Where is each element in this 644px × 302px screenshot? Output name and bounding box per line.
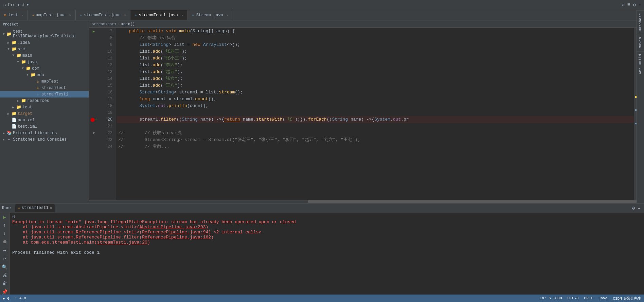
console-error-2: at java.util.stream.ReferencePipeline.<i… <box>12 230 641 235</box>
status-run: ▶ 0 <box>3 296 10 301</box>
settings-icon[interactable]: ⚙ <box>633 2 636 8</box>
tab-close-streamtest[interactable]: ✕ <box>124 13 126 17</box>
link-abstractpipeline[interactable]: AbstractPipeline.java:203 <box>139 225 205 230</box>
tree-arrow-ext-lib: ▶ <box>1 131 6 135</box>
gutter-row-21 <box>89 123 99 130</box>
main-area: Project ▼ 📁 test E:\IDEAworkplace\Test\t… <box>0 20 644 203</box>
h-scrollbar[interactable] <box>89 200 637 203</box>
tree-item-root[interactable]: ▼ 📁 test E:\IDEAworkplace\Test\test <box>0 29 89 39</box>
mini-map <box>634 28 637 200</box>
tree-item-target[interactable]: ▶ 📁 target <box>0 110 89 117</box>
sidebar-tab-database[interactable]: Database <box>637 20 644 34</box>
tree-item-com[interactable]: ▼ 📁 com <box>0 65 89 72</box>
top-bar: 🗂 Project ▼ ⊕ ≡ ⚙ – <box>0 0 644 10</box>
console-output[interactable]: 6 Exception in thread "main" java.lang.I… <box>10 213 644 295</box>
tree-item-streamtest1[interactable]: ☕ streamTest1 <box>0 91 89 97</box>
refresh-icon[interactable]: ⊕ <box>622 2 624 8</box>
pin-icon[interactable]: 📌 <box>1 289 8 295</box>
line-num-24: 24 <box>99 143 112 150</box>
run-label: Run: <box>2 206 14 211</box>
minimize-icon[interactable]: – <box>639 2 641 8</box>
code-line-9: List<String> list = new ArrayList<>(); <box>117 41 634 48</box>
tab-maptest[interactable]: ☕ mapTest.java ✕ <box>28 10 75 20</box>
tab-stream[interactable]: ☕ Stream.java ✕ <box>188 10 233 20</box>
minimize-bottom-icon[interactable]: – <box>638 206 641 211</box>
folder-icon-idea: 📁 <box>11 40 17 45</box>
tab-close-streamtest1[interactable]: ✕ <box>181 13 183 17</box>
tree-item-edu[interactable]: ▼ 📁 edu <box>0 72 89 78</box>
gutter-icons: ▶ ⬤ ✓ ▼ <box>89 28 99 200</box>
tree-item-maptest[interactable]: ☕ mapTest <box>0 78 89 85</box>
code-panel[interactable]: public static void main(String[] args) {… <box>115 28 634 200</box>
project-menu-label[interactable]: 🗂 Project ▼ <box>3 2 29 7</box>
tree-item-iml[interactable]: 📄 test.iml <box>0 123 89 130</box>
tree-item-src[interactable]: ▼ 📁 src <box>0 46 89 52</box>
line-num-8: 8 <box>99 35 112 41</box>
sidebar-tab-ant-build[interactable]: Ant Build <box>637 51 644 77</box>
run-button-7[interactable]: ▶ <box>93 29 95 34</box>
file-icon-iml: 📄 <box>11 124 17 129</box>
status-encoding[interactable]: UTF-8 <box>568 296 579 300</box>
tree-label-scratches: Scratches and Consoles <box>13 137 67 142</box>
status-lang[interactable]: Java <box>598 296 607 300</box>
tree-arrow-java: ▼ <box>16 60 20 64</box>
code-line-11: list.add("张小三"); <box>117 55 634 62</box>
bottom-tab-bar: Run: ☕ streamTest1 ✕ ⚙ – <box>0 203 644 213</box>
status-line-endings[interactable]: CRLF <box>584 296 593 300</box>
wrap-icon[interactable]: ↩ <box>1 256 8 262</box>
sidebar-tab-maven[interactable]: Maven <box>637 34 644 51</box>
menu-icon[interactable]: ≡ <box>627 2 630 8</box>
settings-bottom-icon[interactable]: ⚙ <box>632 205 635 211</box>
gutter-row-18 <box>89 103 99 109</box>
tab-test[interactable]: m test ✕ <box>0 10 28 20</box>
tree-item-scratches[interactable]: ▶ ✏ Scratches and Consoles <box>0 136 89 143</box>
link-streamtest1[interactable]: streamTest1.java:20 <box>97 240 147 245</box>
filter-icon[interactable]: 🔍 <box>1 264 8 270</box>
tree-label-edu: edu <box>37 73 44 77</box>
stop-icon[interactable]: ⏺ <box>1 239 8 245</box>
tab-close-maptest[interactable]: ✕ <box>69 13 71 17</box>
gutter-row-12 <box>89 62 99 69</box>
link-referencepipeline-filter[interactable]: ReferencePipeline.java:162 <box>142 235 211 240</box>
code-line-16: Stream<String> stream1 = list.stream(); <box>117 89 634 96</box>
code-line-24: // // 零散... <box>117 143 634 150</box>
tree-item-ext-lib[interactable]: ▶ 📚 External Libraries <box>0 130 89 136</box>
tree-label-target: target <box>18 111 32 116</box>
run-action-icon[interactable]: ▶ <box>1 214 8 220</box>
tree-item-resources[interactable]: ▶ 📁 resources <box>0 97 89 104</box>
fold-icon-22[interactable]: ▼ <box>93 131 95 135</box>
tab-close-test[interactable]: ✕ <box>21 13 23 17</box>
bottom-panel: Run: ☕ streamTest1 ✕ ⚙ – ▶ ↑ ↓ ⏺ ⇥ ↩ 🔍 🖨… <box>0 203 644 295</box>
scroll-up-icon[interactable]: ↑ <box>1 223 8 228</box>
tab-streamtest1[interactable]: ☕ streamTest1.java ✕ <box>130 10 188 20</box>
tab-close-stream[interactable]: ✕ <box>227 13 229 17</box>
console-exit: Process finished with exit code 1 <box>12 250 641 255</box>
tab-run-streamtest1[interactable]: ☕ streamTest1 ✕ <box>15 204 55 212</box>
trash-icon[interactable]: 🗑 <box>1 281 8 286</box>
tree-item-java[interactable]: ▼ 📁 java <box>0 59 89 65</box>
line-num-9: 9 <box>99 41 112 48</box>
tree-item-streamtest[interactable]: ☕ streamTest <box>0 85 89 91</box>
tree-item-test[interactable]: ▶ 📁 test <box>0 104 89 110</box>
tree-item-idea[interactable]: ▶ 📁 .idea <box>0 39 89 46</box>
tree-item-pom[interactable]: 📄 pom.xml <box>0 117 89 123</box>
breadcrumb-file[interactable]: streamTest1 <box>92 22 117 26</box>
line-num-23: 23 <box>99 137 112 143</box>
console-error-3: at java.util.stream.ReferencePipeline.fi… <box>12 235 641 240</box>
run-tab-icon: ☕ <box>18 206 20 210</box>
step-icon[interactable]: ⇥ <box>1 247 8 253</box>
run-tab-close[interactable]: ✕ <box>50 206 52 210</box>
bookmark-icon-20[interactable]: ✓ <box>95 118 97 122</box>
line-num-13: 13 <box>99 69 112 75</box>
tab-streamtest[interactable]: ☕ streamTest.java ✕ <box>76 10 131 20</box>
tree-item-main[interactable]: ▼ 📁 main <box>0 52 89 59</box>
tree-label-resources: resources <box>27 99 49 103</box>
line-num-18: 18 <box>99 103 112 109</box>
breadcrumb-method[interactable]: main() <box>121 22 135 26</box>
print-icon[interactable]: 🖨 <box>1 273 8 278</box>
tab-icon-streamtest: ☕ <box>80 13 82 17</box>
scroll-down-icon[interactable]: ↓ <box>1 231 8 236</box>
console-error-main: Exception in thread "main" java.lang.Ill… <box>12 219 641 225</box>
link-referencepipeline-init[interactable]: ReferencePipeline.java:94 <box>142 230 208 235</box>
breakpoint-icon-20[interactable]: ⬤ <box>90 117 95 122</box>
